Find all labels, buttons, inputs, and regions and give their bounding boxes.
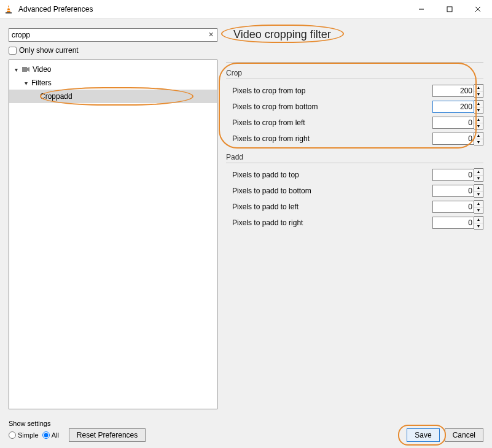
vlc-cone-icon [4,4,14,14]
page-heading-text: Video cropping filter [233,28,331,41]
crop-group: Crop Pixels to crop from top ▲▼ Pixels t… [226,69,483,147]
chevron-down-icon: ▾ [23,80,29,87]
divider [226,62,483,63]
field-row: Pixels to padd to right ▲▼ [226,215,483,231]
only-show-current-checkbox[interactable] [9,47,17,55]
minimize-button[interactable] [407,0,435,18]
padd-bottom-spinner[interactable]: ▲▼ [432,184,483,198]
crop-bottom-spinner[interactable]: ▲▼ [432,100,483,114]
spin-down-icon[interactable]: ▼ [474,175,483,181]
field-row: Pixels to padd to left ▲▼ [226,199,483,215]
field-label: Pixels to padd to left [232,203,299,211]
minimize-icon [418,6,424,12]
svg-rect-5 [447,7,452,12]
crop-bottom-input[interactable] [432,101,474,113]
padd-right-input[interactable] [432,217,474,229]
maximize-button[interactable] [435,0,464,18]
spin-down-icon[interactable]: ▼ [474,139,483,145]
padd-bottom-input[interactable] [432,185,474,197]
spin-down-icon[interactable]: ▼ [474,191,483,197]
category-tree[interactable]: ▾ Video ▾ Filters Croppadd [9,60,217,409]
padd-right-spinner[interactable]: ▲▼ [432,216,483,230]
radio-simple[interactable]: Simple [9,431,39,439]
tree-item-label: Video [33,65,51,74]
spin-up-icon[interactable]: ▲ [474,117,483,123]
show-settings-label: Show settings [9,420,146,427]
chevron-down-icon: ▾ [13,66,19,73]
field-row: Pixels to padd to bottom ▲▼ [226,183,483,199]
field-label: Pixels to crop from right [232,134,310,143]
footer-bar: Show settings Simple All Reset Preferenc… [9,420,483,442]
tree-item-filters[interactable]: ▾ Filters [9,76,217,90]
spin-down-icon[interactable]: ▼ [474,91,483,97]
tree-item-video[interactable]: ▾ Video [9,63,217,76]
spin-up-icon[interactable]: ▲ [474,217,483,223]
close-icon [475,6,481,12]
window-title: Advanced Preferences [18,5,407,14]
spin-up-icon[interactable]: ▲ [474,101,483,107]
field-label: Pixels to padd to right [232,218,303,227]
padd-left-spinner[interactable]: ▲▼ [432,200,483,214]
field-row: Pixels to crop from right ▲▼ [226,131,483,147]
title-bar: Advanced Preferences [0,0,492,18]
svg-rect-3 [6,12,12,14]
field-row: Pixels to padd to top ▲▼ [226,167,483,183]
crop-left-spinner[interactable]: ▲▼ [432,116,483,129]
group-title: Padd [226,153,483,163]
spin-up-icon[interactable]: ▲ [474,85,483,91]
tree-item-label: Filters [31,79,52,87]
spin-down-icon[interactable]: ▼ [474,223,483,229]
padd-left-input[interactable] [432,201,474,213]
field-label: Pixels to crop from bottom [232,102,318,111]
padd-top-spinner[interactable]: ▲▼ [432,168,483,182]
crop-top-spinner[interactable]: ▲▼ [432,84,483,98]
field-label: Pixels to padd to top [232,171,299,179]
field-row: Pixels to crop from bottom ▲▼ [226,99,483,115]
tree-item-croppadd[interactable]: Croppadd [9,90,217,103]
field-label: Pixels to crop from top [232,87,305,95]
show-settings-group: Show settings Simple All Reset Preferenc… [9,420,146,442]
svg-rect-2 [7,10,10,11]
video-icon [21,65,30,74]
field-label: Pixels to crop from left [232,118,305,127]
page-heading: Video cropping filter [226,27,338,42]
spin-up-icon[interactable]: ▲ [474,133,483,139]
clear-search-button[interactable]: ✕ [206,30,216,40]
settings-panel: Crop Pixels to crop from top ▲▼ Pixels t… [226,60,483,409]
svg-rect-1 [7,7,10,9]
spin-up-icon[interactable]: ▲ [474,169,483,175]
reset-preferences-button[interactable]: Reset Preferences [69,428,146,442]
only-show-current-label: Only show current [19,46,79,55]
crop-left-input[interactable] [432,117,474,129]
group-title: Crop [226,69,483,79]
search-input[interactable] [9,28,217,42]
tree-item-label: Croppadd [40,92,72,101]
svg-marker-0 [7,5,10,12]
maximize-icon [447,6,453,12]
close-button[interactable] [464,0,492,18]
radio-all[interactable]: All [42,431,59,439]
field-label: Pixels to padd to bottom [232,187,311,195]
search-wrapper: ✕ [9,28,217,42]
spin-down-icon[interactable]: ▼ [474,123,483,129]
crop-right-input[interactable] [432,133,474,145]
svg-marker-9 [27,67,29,72]
svg-rect-8 [22,67,27,72]
spin-down-icon[interactable]: ▼ [474,207,483,213]
padd-group: Padd Pixels to padd to top ▲▼ Pixels to … [226,153,483,231]
save-button[interactable]: Save [407,428,439,442]
cancel-button[interactable]: Cancel [445,428,483,442]
spin-up-icon[interactable]: ▲ [474,201,483,207]
field-row: Pixels to crop from left ▲▼ [226,115,483,131]
crop-top-input[interactable] [432,85,474,97]
padd-top-input[interactable] [432,169,474,181]
crop-right-spinner[interactable]: ▲▼ [432,132,483,145]
field-row: Pixels to crop from top ▲▼ [226,83,483,99]
spin-up-icon[interactable]: ▲ [474,185,483,191]
spin-down-icon[interactable]: ▼ [474,107,483,113]
